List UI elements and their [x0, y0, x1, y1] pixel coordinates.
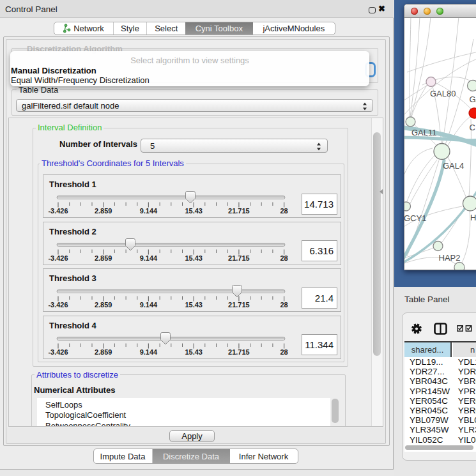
svg-text:28: 28 — [280, 207, 288, 215]
svg-text:HAP2: HAP2 — [439, 253, 461, 263]
svg-text:21.715: 21.715 — [228, 301, 250, 309]
svg-text:GAL11: GAL11 — [411, 128, 437, 137]
svg-text:-3.426: -3.426 — [48, 254, 68, 261]
svg-text:-3.426: -3.426 — [48, 301, 68, 309]
svg-text:15.43: 15.43 — [185, 348, 203, 355]
svg-text:H: H — [470, 213, 476, 222]
svg-text:21.715: 21.715 — [228, 207, 250, 215]
svg-text:C: C — [470, 123, 475, 132]
svg-text:GCY1: GCY1 — [404, 213, 426, 223]
svg-text:28: 28 — [280, 301, 288, 309]
svg-text:-3.426: -3.426 — [48, 348, 68, 355]
svg-text:GA: GA — [470, 95, 476, 104]
svg-text:28: 28 — [280, 254, 288, 261]
svg-text:28: 28 — [280, 348, 288, 355]
svg-text:21.715: 21.715 — [228, 254, 250, 261]
svg-text:2.859: 2.859 — [95, 348, 112, 355]
svg-text:GAL80: GAL80 — [430, 89, 456, 98]
svg-text:2.859: 2.859 — [95, 207, 112, 215]
svg-text:Threshold 2: Threshold 2 — [49, 227, 96, 236]
svg-text:Threshold 4: Threshold 4 — [49, 321, 96, 330]
svg-text:9.144: 9.144 — [140, 348, 158, 355]
svg-text:Threshold 3: Threshold 3 — [49, 273, 96, 283]
svg-text:15.43: 15.43 — [185, 254, 203, 261]
svg-text:15.43: 15.43 — [185, 301, 203, 309]
svg-text:GAL4: GAL4 — [443, 161, 464, 171]
svg-text:9.144: 9.144 — [140, 301, 158, 309]
svg-text:-3.426: -3.426 — [48, 207, 68, 215]
svg-text:9.144: 9.144 — [140, 207, 158, 215]
svg-text:2.859: 2.859 — [95, 254, 112, 261]
svg-text:Threshold 1: Threshold 1 — [49, 180, 96, 189]
svg-text:21.715: 21.715 — [228, 348, 250, 355]
svg-text:15.43: 15.43 — [185, 207, 203, 215]
svg-text:9.144: 9.144 — [140, 254, 158, 261]
svg-text:2.859: 2.859 — [95, 301, 112, 309]
